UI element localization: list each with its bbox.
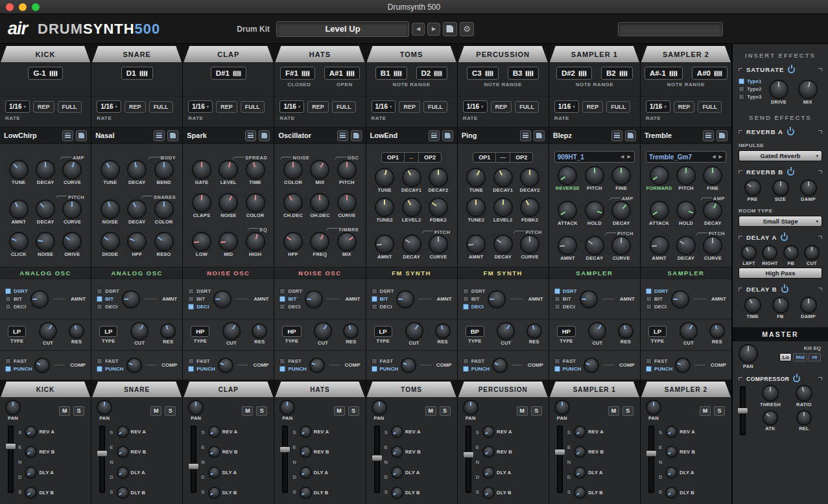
knob-dial[interactable] xyxy=(498,323,514,339)
knob-dial[interactable] xyxy=(98,401,111,414)
knob-dial[interactable] xyxy=(798,411,810,424)
checkbox-punch[interactable]: PUNCH xyxy=(463,366,490,372)
fader-handle[interactable] xyxy=(737,407,748,414)
zoom-button[interactable] xyxy=(32,3,40,11)
knob-dial[interactable] xyxy=(667,468,676,477)
sample-next-button[interactable]: ▶ xyxy=(718,154,723,159)
checkbox-dsrt[interactable]: DSRT xyxy=(188,288,211,294)
knob-dial[interactable] xyxy=(619,325,632,338)
knob-curve[interactable]: CURVE xyxy=(333,194,360,218)
knob-dial[interactable] xyxy=(493,359,506,372)
knob-dial[interactable] xyxy=(253,325,266,338)
full-button[interactable]: FULL xyxy=(698,101,722,113)
knob-noise[interactable]: NOISE xyxy=(215,194,242,218)
knob-dial[interactable] xyxy=(209,488,219,498)
repeat-button[interactable]: REP xyxy=(399,101,420,113)
preset-save-button[interactable] xyxy=(716,130,727,141)
knob-dial[interactable] xyxy=(311,233,328,250)
knob-dial[interactable] xyxy=(26,447,36,457)
repeat-button[interactable]: REP xyxy=(33,101,54,113)
checkbox-type1[interactable]: Type1 xyxy=(739,78,762,84)
preset-menu-button[interactable] xyxy=(520,130,531,141)
rate-value-button[interactable]: 1/16▾ xyxy=(97,100,121,113)
knob-high[interactable]: HIGH xyxy=(242,233,268,257)
knob-cut[interactable]: CUT xyxy=(315,323,331,346)
knob-dial[interactable] xyxy=(586,167,603,184)
note-button-b3[interactable]: B3 xyxy=(508,67,539,80)
knob-dial[interactable] xyxy=(306,292,322,307)
knob-dial[interactable] xyxy=(392,488,402,498)
preset-save-button[interactable] xyxy=(167,130,178,141)
checkbox-bit[interactable]: BIT xyxy=(279,296,302,302)
knob-decay[interactable]: DECAY xyxy=(124,201,150,225)
knob-dial[interactable] xyxy=(746,181,760,195)
delay-b-power-button[interactable] xyxy=(781,286,788,293)
knob-dial[interactable] xyxy=(247,233,264,250)
knob-right[interactable]: RIGHT xyxy=(759,246,780,266)
kill-eq-hi-button[interactable]: Hi xyxy=(809,353,821,361)
knob-dial[interactable] xyxy=(189,401,202,414)
knob-size[interactable]: SIZE xyxy=(766,181,794,202)
full-button[interactable]: FULL xyxy=(332,101,356,113)
knob-dial[interactable] xyxy=(102,233,119,250)
knob-dial[interactable] xyxy=(493,359,506,372)
knob-res[interactable]: RES xyxy=(253,325,266,345)
knob-attack[interactable]: ATTACK xyxy=(554,202,581,226)
knob-dial[interactable] xyxy=(467,236,484,253)
note-button-d1[interactable]: D1 xyxy=(121,67,153,80)
rate-value-button[interactable]: 1/16▾ xyxy=(5,100,30,113)
checkbox-bit[interactable]: BIT xyxy=(372,296,394,302)
checkbox-punch[interactable]: PUNCH xyxy=(554,366,581,372)
kill-eq-lo-button[interactable]: Lo xyxy=(779,353,792,361)
checkbox-punch[interactable]: PUNCH xyxy=(5,366,32,372)
knob-dial[interactable] xyxy=(430,169,447,186)
knob-dial[interactable] xyxy=(484,447,493,457)
knob-dial[interactable] xyxy=(301,427,311,437)
knob-hpf[interactable]: HPF xyxy=(124,233,150,257)
knob-dial[interactable] xyxy=(521,199,538,216)
knob-dial[interactable] xyxy=(128,233,145,250)
full-button[interactable]: FULL xyxy=(241,101,265,113)
knob-decay[interactable]: DECAY xyxy=(124,161,150,185)
knob-dial[interactable] xyxy=(805,246,818,259)
knob-dial[interactable] xyxy=(464,401,477,414)
repeat-button[interactable]: REP xyxy=(307,101,329,113)
preset-save-button[interactable] xyxy=(351,130,362,141)
filter-type-button[interactable]: LP xyxy=(99,326,117,337)
knob-dial[interactable] xyxy=(740,345,757,362)
knob-dial[interactable] xyxy=(521,236,538,253)
knob-decay[interactable]: DECAY xyxy=(32,161,58,185)
knob-damp[interactable]: DAMP xyxy=(794,181,822,202)
preset-menu-button[interactable] xyxy=(611,130,622,141)
checkbox-punch[interactable]: PUNCH xyxy=(188,366,215,372)
knob-dial[interactable] xyxy=(484,488,493,498)
knob-dial[interactable] xyxy=(26,488,36,498)
knob-pan[interactable]: PAN xyxy=(6,401,19,421)
volume-fader[interactable] xyxy=(466,426,471,493)
preset-save-button[interactable] xyxy=(625,130,636,141)
knob-dial[interactable] xyxy=(704,167,721,184)
knob-decay[interactable]: DECAY xyxy=(398,236,425,260)
knob-dial[interactable] xyxy=(676,359,689,372)
checkbox-deci[interactable]: DECI xyxy=(279,304,302,310)
knob-noise[interactable]: NOISE xyxy=(32,233,58,257)
knob-dial[interactable] xyxy=(667,447,676,457)
knob-dial[interactable] xyxy=(746,298,760,312)
kit-info-field[interactable] xyxy=(618,22,723,36)
knob-dial[interactable] xyxy=(156,201,172,218)
checkbox-dsrt[interactable]: DSRT xyxy=(279,288,302,294)
fader-handle[interactable] xyxy=(463,452,474,458)
knob-res[interactable]: RES xyxy=(161,325,174,345)
knob-res[interactable]: RES xyxy=(619,325,632,345)
solo-button[interactable]: S xyxy=(73,406,84,416)
knob-dial[interactable] xyxy=(247,194,264,211)
knob-cut[interactable]: CUT xyxy=(681,323,696,346)
knob-freq[interactable]: FREQ xyxy=(307,233,333,257)
knob-dial[interactable] xyxy=(40,323,56,339)
preset-save-button[interactable] xyxy=(259,130,270,141)
checkbox-bit[interactable]: BIT xyxy=(646,296,668,302)
knob-click[interactable]: CLICK xyxy=(5,233,32,257)
knob-hold[interactable]: HOLD xyxy=(672,202,699,226)
kit-save-button[interactable] xyxy=(443,22,457,36)
knob-dial[interactable] xyxy=(430,236,447,253)
